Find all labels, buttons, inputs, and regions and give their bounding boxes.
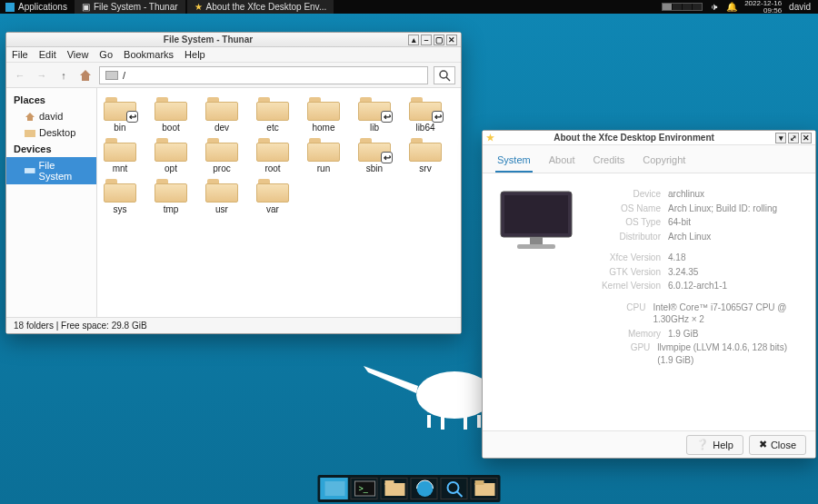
thunar-title: File System - Thunar bbox=[10, 35, 406, 44]
folder-srv[interactable]: srv bbox=[406, 136, 444, 173]
info-value: 4.18 bbox=[668, 252, 685, 264]
folder-dev[interactable]: dev bbox=[203, 95, 241, 133]
svg-line-10 bbox=[446, 77, 450, 81]
about-keep-above-button[interactable]: ▾ bbox=[775, 133, 786, 143]
dock-directory[interactable] bbox=[471, 478, 498, 499]
side-pane: Places davidDesktop Devices File System bbox=[6, 88, 97, 317]
sidebar-item-desktop[interactable]: Desktop bbox=[6, 124, 96, 141]
minimize-button[interactable]: – bbox=[421, 35, 432, 45]
sidebar-item-david[interactable]: david bbox=[6, 108, 96, 124]
taskbar-item[interactable]: ★About the Xfce Desktop Env... bbox=[187, 0, 334, 14]
home-icon bbox=[25, 112, 35, 121]
symlink-badge-icon: ↩ bbox=[432, 111, 444, 123]
folder-icon: ↩ bbox=[358, 95, 391, 121]
folder-opt[interactable]: opt bbox=[152, 136, 190, 173]
svg-rect-5 bbox=[441, 417, 444, 430]
clock[interactable]: 2022-12-16 09:56 bbox=[744, 0, 782, 15]
menu-view[interactable]: View bbox=[67, 49, 89, 60]
folder-usr[interactable]: usr bbox=[203, 177, 241, 214]
dock-terminal[interactable]: >_ bbox=[351, 478, 378, 499]
monitor-icon bbox=[497, 188, 575, 253]
maximize-button[interactable]: ▢ bbox=[434, 35, 444, 45]
taskbar-item[interactable]: ▣File System - Thunar bbox=[75, 0, 185, 14]
folder-label: boot bbox=[162, 123, 179, 133]
info-key: GPU bbox=[590, 341, 650, 366]
audio-icon[interactable]: 🕩 bbox=[710, 2, 719, 12]
drive-icon bbox=[25, 166, 35, 175]
info-value: llvmpipe (LLVM 14.0.6, 128 bits) (1.9 Gi… bbox=[657, 341, 801, 366]
folder-lib[interactable]: ↩lib bbox=[355, 95, 394, 133]
close-dialog-button[interactable]: ✖ Close bbox=[749, 435, 806, 455]
about-maximize-button[interactable]: ⤢ bbox=[788, 133, 799, 143]
info-value: 6.0.12-arch1-1 bbox=[668, 280, 727, 292]
keep-above-button[interactable]: ▴ bbox=[408, 35, 419, 45]
menu-go[interactable]: Go bbox=[99, 49, 113, 60]
tab-system[interactable]: System bbox=[495, 151, 533, 173]
close-button[interactable]: ✕ bbox=[446, 35, 457, 45]
folder-run[interactable]: run bbox=[304, 136, 343, 173]
thunar-titlebar[interactable]: File System - Thunar ▴ – ▢ ✕ bbox=[6, 33, 461, 47]
star-icon: ★ bbox=[486, 133, 494, 143]
info-row: Devicearchlinux bbox=[590, 188, 801, 201]
thunar-menubar: FileEditViewGoBookmarksHelp bbox=[6, 47, 461, 63]
menu-help[interactable]: Help bbox=[185, 49, 205, 60]
folder-boot[interactable]: boot bbox=[152, 95, 190, 133]
menu-file[interactable]: File bbox=[12, 49, 28, 60]
taskbar-item-label: File System - Thunar bbox=[94, 2, 178, 12]
folder-lib64[interactable]: ↩lib64 bbox=[406, 95, 444, 133]
dock-show-desktop[interactable] bbox=[321, 478, 348, 499]
path-entry[interactable]: / bbox=[99, 66, 428, 84]
svg-rect-25 bbox=[475, 483, 495, 496]
dock-app-finder[interactable] bbox=[441, 478, 468, 499]
tab-about[interactable]: About bbox=[547, 151, 577, 173]
forward-button[interactable]: → bbox=[34, 67, 50, 84]
about-close-button[interactable]: ✕ bbox=[801, 133, 812, 143]
folder-mnt[interactable]: mnt bbox=[101, 136, 139, 173]
menu-edit[interactable]: Edit bbox=[39, 49, 56, 60]
notification-icon[interactable]: 🔔 bbox=[726, 2, 737, 12]
svg-rect-0 bbox=[5, 3, 15, 12]
menu-bookmarks[interactable]: Bookmarks bbox=[124, 49, 174, 60]
folder-icon bbox=[205, 95, 238, 121]
search-button[interactable] bbox=[434, 66, 455, 84]
svg-rect-12 bbox=[25, 168, 35, 173]
help-button[interactable]: ❔ Help bbox=[686, 435, 743, 455]
home-button[interactable] bbox=[77, 67, 94, 84]
folder-sys[interactable]: sys bbox=[101, 177, 139, 214]
folder-sbin[interactable]: ↩sbin bbox=[355, 136, 394, 173]
user-label[interactable]: david bbox=[789, 2, 811, 12]
sidebar-item-file-system[interactable]: File System bbox=[6, 157, 96, 184]
folder-proc[interactable]: proc bbox=[203, 136, 241, 173]
devices-header: Devices bbox=[6, 141, 96, 157]
folder-home[interactable]: home bbox=[304, 95, 343, 133]
search-icon bbox=[438, 69, 451, 82]
info-row: Memory1.9 GiB bbox=[590, 328, 801, 341]
folder-var[interactable]: var bbox=[254, 177, 292, 214]
folder-icon bbox=[307, 95, 340, 121]
info-key: GTK Version bbox=[590, 266, 661, 279]
tab-credits[interactable]: Credits bbox=[591, 151, 626, 173]
workspace-switcher[interactable] bbox=[662, 3, 703, 11]
folder-etc[interactable]: etc bbox=[254, 95, 292, 133]
folder-bin[interactable]: ↩bin bbox=[101, 95, 139, 133]
up-button[interactable]: ↑ bbox=[55, 67, 72, 84]
desktop[interactable]: File System - Thunar ▴ – ▢ ✕ FileEditVie… bbox=[0, 14, 818, 504]
folder-label: opt bbox=[165, 163, 177, 173]
star-icon: ★ bbox=[195, 2, 203, 12]
svg-rect-6 bbox=[464, 417, 467, 430]
icon-view[interactable]: ↩binbootdevetchome↩lib↩lib64mntoptprocro… bbox=[97, 88, 461, 317]
info-row: Kernel Version6.0.12-arch1-1 bbox=[590, 280, 801, 292]
status-text: 18 folders | Free space: 29.8 GiB bbox=[14, 321, 147, 331]
sidebar-item-label: File System bbox=[39, 160, 89, 182]
about-titlebar[interactable]: ★ About the Xfce Desktop Environment ▾ ⤢… bbox=[483, 131, 815, 145]
applications-menu[interactable]: Applications bbox=[0, 2, 73, 12]
folder-root[interactable]: root bbox=[254, 136, 292, 173]
dock-web-browser[interactable] bbox=[411, 478, 438, 499]
info-value: Arch Linux; Build ID: rolling bbox=[668, 203, 777, 215]
dock-file-manager[interactable] bbox=[381, 478, 408, 499]
back-button[interactable]: ← bbox=[12, 67, 28, 84]
tab-copyright[interactable]: Copyright bbox=[641, 151, 687, 173]
folder-tmp[interactable]: tmp bbox=[152, 177, 190, 214]
folder-label: usr bbox=[215, 204, 228, 214]
folder-label: srv bbox=[419, 163, 431, 173]
